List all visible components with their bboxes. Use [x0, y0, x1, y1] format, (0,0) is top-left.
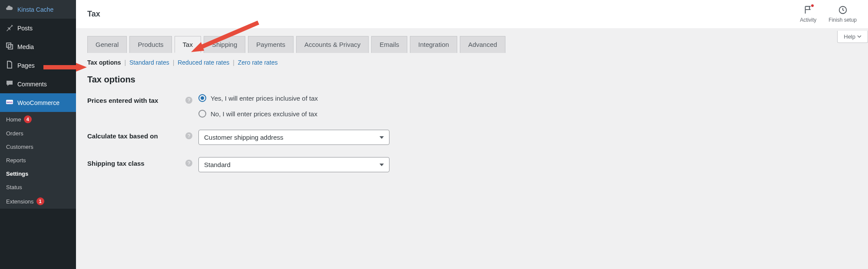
subtabs: Tax options | Standard rates | Reduced r… [87, 59, 857, 66]
row-shipping-tax-class: Shipping tax class ? Standard [87, 157, 857, 172]
submenu-status[interactable]: Status [0, 180, 76, 194]
finish-label: Finish setup [828, 17, 857, 23]
select-value: Standard [204, 161, 231, 168]
radio-label: No, I will enter prices exclusive of tax [211, 110, 317, 118]
chevron-down-icon [380, 136, 384, 139]
sidebar-label: Comments [17, 81, 47, 88]
finish-setup-button[interactable]: Finish setup [828, 5, 857, 23]
radio-input[interactable] [198, 94, 206, 102]
media-icon [5, 42, 14, 52]
submenu-label: Extensions [6, 198, 34, 205]
select-calculate-based-on[interactable]: Customer shipping address [198, 130, 389, 145]
separator: | [173, 59, 175, 66]
tab-advanced[interactable]: Advanced [460, 36, 505, 53]
submenu-orders[interactable]: Orders [0, 127, 76, 140]
row-prices-with-tax: Prices entered with tax ? Yes, I will en… [87, 94, 857, 118]
submenu-customers[interactable]: Customers [0, 140, 76, 154]
tab-label: Accounts & Privacy [304, 41, 360, 48]
separator: | [124, 59, 126, 66]
submenu-label: Orders [6, 130, 23, 137]
field-label: Shipping tax class [87, 157, 185, 167]
help-tip-icon[interactable]: ? [185, 160, 192, 167]
svg-marker-4 [191, 42, 204, 52]
radio-group-prices: Yes, I will enter prices inclusive of ta… [198, 94, 318, 118]
tab-accounts-privacy[interactable]: Accounts & Privacy [296, 36, 369, 53]
sidebar-item-kinsta-cache[interactable]: Kinsta Cache [0, 0, 76, 19]
flag-icon [803, 5, 813, 16]
submenu-label: Reports [6, 157, 26, 164]
tab-label: Products [138, 41, 163, 48]
help-tip-icon[interactable]: ? [185, 97, 192, 104]
sidebar-item-media[interactable]: Media [0, 37, 76, 56]
activity-label: Activity [800, 17, 816, 23]
subtab-standard-rates[interactable]: Standard rates [129, 59, 169, 66]
badge: 1 [36, 197, 44, 205]
tab-integration[interactable]: Integration [410, 36, 457, 53]
annotation-arrow-subtab [39, 59, 91, 76]
tab-emails[interactable]: Emails [371, 36, 407, 53]
badge: 4 [24, 115, 32, 123]
annotation-arrow-tab [180, 18, 267, 57]
subtab-zero-rate[interactable]: Zero rate rates [238, 59, 278, 66]
radio-inclusive[interactable]: Yes, I will enter prices inclusive of ta… [198, 94, 318, 102]
form-table: Prices entered with tax ? Yes, I will en… [87, 94, 857, 172]
submenu-label: Status [6, 184, 22, 190]
notification-dot [811, 4, 814, 7]
tab-label: Emails [380, 41, 399, 48]
submenu-reports[interactable]: Reports [0, 154, 76, 167]
sidebar-label: Media [17, 43, 34, 50]
radio-exclusive[interactable]: No, I will enter prices exclusive of tax [198, 110, 318, 118]
subtab-reduced-rate[interactable]: Reduced rate rates [178, 59, 229, 66]
separator: | [233, 59, 234, 66]
submenu-label: Home [6, 116, 21, 123]
page-title: Tax [87, 10, 100, 19]
topbar-actions: Activity Finish setup [800, 5, 857, 23]
sidebar-item-posts[interactable]: Posts [0, 19, 76, 37]
page-icon [5, 60, 14, 70]
radio-input[interactable] [198, 110, 206, 118]
submenu-home[interactable]: Home 4 [0, 112, 76, 127]
comment-icon [5, 79, 14, 89]
field-label: Calculate tax based on [87, 130, 185, 140]
submenu-label: Settings [6, 171, 28, 177]
chevron-down-icon [857, 33, 861, 40]
subtab-tax-options: Tax options [87, 59, 121, 66]
sidebar-item-comments[interactable]: Comments [0, 75, 76, 93]
sidebar-label: WooCommerce [17, 99, 59, 106]
tab-label: General [96, 41, 119, 48]
help-toggle[interactable]: Help [837, 31, 868, 43]
radio-label: Yes, I will enter prices inclusive of ta… [211, 95, 318, 102]
sidebar-label: Posts [17, 25, 33, 32]
svg-line-3 [198, 23, 258, 49]
tab-general[interactable]: General [87, 36, 127, 53]
submenu-settings[interactable]: Settings [0, 167, 76, 180]
admin-sidebar: Kinsta Cache Posts Media Pages Comments … [0, 0, 76, 269]
sidebar-item-woocommerce[interactable]: woo WooCommerce [0, 93, 76, 112]
select-shipping-tax-class[interactable]: Standard [198, 157, 389, 172]
tab-label: Integration [418, 41, 449, 48]
field-label: Prices entered with tax [87, 94, 185, 104]
svg-marker-6 [76, 63, 87, 72]
submenu-extensions[interactable]: Extensions 1 [0, 194, 76, 209]
woo-icon: woo [5, 98, 14, 108]
woocommerce-submenu: Home 4 Orders Customers Reports Settings… [0, 112, 76, 209]
tab-products[interactable]: Products [129, 36, 172, 53]
sidebar-label: Kinsta Cache [17, 6, 53, 13]
tab-label: Advanced [468, 41, 497, 48]
cloud-icon [5, 4, 14, 14]
activity-button[interactable]: Activity [800, 5, 816, 23]
submenu-label: Customers [6, 144, 33, 150]
chevron-down-icon [380, 164, 384, 166]
clock-icon [838, 5, 848, 16]
section-heading: Tax options [87, 75, 857, 85]
sidebar-label: Pages [17, 62, 35, 69]
pin-icon [5, 23, 14, 33]
row-calculate-based-on: Calculate tax based on ? Customer shippi… [87, 130, 857, 145]
help-tip-icon[interactable]: ? [185, 132, 192, 139]
help-label: Help [844, 33, 855, 40]
svg-text:woo: woo [6, 101, 13, 104]
select-value: Customer shipping address [204, 134, 284, 141]
